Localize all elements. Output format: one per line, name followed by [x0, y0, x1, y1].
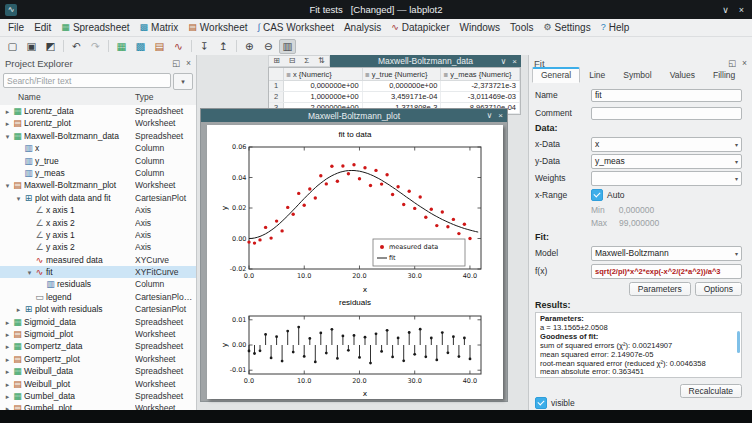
tree-row-lorentz-plot[interactable]: ▸▤Lorentz_plotWorksheet	[0, 117, 196, 129]
tab-filling[interactable]: Filling	[704, 68, 744, 83]
zoom-out-icon[interactable]: ⊖	[260, 39, 277, 54]
tab-values[interactable]: Values	[661, 68, 704, 83]
menu-datapicker[interactable]: ∿Datapicker	[386, 21, 454, 34]
tree-row-measured-data[interactable]: ∿measured dataXYCurve	[0, 254, 196, 266]
recalculate-button[interactable]: Recalculate	[680, 384, 742, 398]
spreadsheet-column-header[interactable]: ≣x {Numeric}	[284, 68, 363, 80]
tree-row-maxwell-boltzmann-plot[interactable]: ▾▤Maxwell-Boltzmann_plotWorksheet	[0, 179, 196, 191]
dock-close-icon[interactable]: ×	[186, 58, 191, 68]
visible-checkbox[interactable]	[535, 397, 547, 409]
spreadsheet-cell[interactable]: 3,459171e-04	[363, 92, 442, 102]
menu-spreadsheet[interactable]: ▦Spreadsheet	[56, 21, 134, 34]
spreadsheet-cell[interactable]: 0,000000e+00	[363, 81, 442, 91]
menu-windows[interactable]: Windows	[455, 21, 506, 34]
residuals-chart[interactable]: 0.010.020.030.040.0-0.010.000.01xy	[219, 312, 491, 398]
tree-row-plot-with-residuals[interactable]: ▸⊞plot with residualsCartesianPlot	[0, 303, 196, 315]
tree-row-maxwell-boltzmann-data[interactable]: ▾▦Maxwell-Boltzmann_dataSpreadsheet	[0, 130, 196, 142]
redo-icon[interactable]: ↷	[87, 39, 104, 54]
spreadsheet-cell[interactable]: -2,373721e-3	[441, 81, 520, 91]
tree-row-fit[interactable]: ▾∿fitXYFitCurve	[0, 266, 196, 278]
search-input[interactable]	[3, 73, 171, 88]
tree-row-x-axis-2[interactable]: ∠x axis 2Axis	[0, 217, 196, 229]
sort-icon[interactable]: ⇅	[318, 56, 325, 66]
open-project-icon[interactable]: ▣	[23, 39, 40, 54]
parameters-button[interactable]: Parameters	[629, 282, 691, 296]
worksheet-page[interactable]: fit to data 0.010.020.030.040.0-0.020.00…	[207, 125, 503, 399]
tab-general[interactable]: General	[532, 67, 580, 83]
column-header-name[interactable]: Name	[18, 92, 41, 102]
formula-display[interactable]: sqrt(2/pi)*x^2*exp(-x^2/(2*a^2))/a^3	[591, 264, 742, 279]
weights-select[interactable]: ▾	[591, 171, 742, 186]
fit-chart[interactable]: 0.010.020.030.040.0-0.020.000.020.040.06…	[219, 142, 491, 294]
tree-row-residuals[interactable]: ▥residualsColumn	[0, 278, 196, 290]
tree-row-y-axis-1[interactable]: ∠y axis 1Axis	[0, 229, 196, 241]
tab-line[interactable]: Line	[580, 68, 614, 83]
tree-row-x[interactable]: ▥xColumn	[0, 142, 196, 154]
menu-worksheet[interactable]: ▤Worksheet	[183, 21, 252, 34]
tab-symbol[interactable]: Symbol	[614, 68, 660, 83]
new-project-icon[interactable]: ▢	[4, 39, 21, 54]
subwindow-shade-icon[interactable]: ∨	[500, 57, 506, 66]
worksheet-window-titlebar[interactable]: Maxwell-Boltzmann_plot ∨ ×	[201, 109, 507, 122]
tree-row-sigmoid-data[interactable]: ▸▦Sigmoid_dataSpreadsheet	[0, 316, 196, 328]
tree-row-plot-with-data-and-fit[interactable]: ▾⊞plot with data and fitCartesianPlot	[0, 192, 196, 204]
new-spreadsheet-icon[interactable]: ▦	[113, 39, 130, 54]
tree-row-y-true[interactable]: ▥y_trueColumn	[0, 155, 196, 167]
expand-arrow-icon[interactable]: ▸	[3, 403, 12, 410]
column-header-type[interactable]: Type	[135, 92, 153, 102]
subwindow-close-icon[interactable]: ×	[498, 111, 503, 120]
tree-row-lorentz-data[interactable]: ▸▦Lorentz_dataSpreadsheet	[0, 105, 196, 117]
tree-row-y-meas[interactable]: ▥y_measColumn	[0, 167, 196, 179]
results-scrollbar[interactable]	[737, 331, 740, 353]
tree-column-headers[interactable]: Name Type	[0, 91, 196, 106]
spreadsheet-cell[interactable]: 1,000000e+00	[284, 92, 363, 102]
tree-row-gumbel-data[interactable]: ▸▦Gumbel_dataSpreadsheet	[0, 390, 196, 402]
filter-options-button[interactable]: ▾	[173, 73, 193, 90]
fit-results-box[interactable]: Parameters: a = 13.1565±2.0508 Goodness …	[535, 312, 742, 378]
spreadsheet-window-titlebar[interactable]: Maxwell-Boltzmann_data ∨ ×	[330, 55, 521, 67]
spreadsheet-cell[interactable]: -3,011469e-03	[441, 92, 520, 102]
menu-edit[interactable]: Edit	[29, 21, 56, 34]
options-button[interactable]: Options	[695, 282, 742, 296]
menu-file[interactable]: File	[3, 21, 29, 34]
save-project-icon[interactable]: ◩	[42, 39, 59, 54]
spreadsheet-corner[interactable]	[269, 68, 284, 80]
new-datapicker-icon[interactable]: ∿	[170, 39, 187, 54]
tree-row-weibull-plot[interactable]: ▸▤Weibull_plotWorksheet	[0, 378, 196, 390]
tree-row-gumbel-plot[interactable]: ▸▤Gumbel_plotWorksheet	[0, 402, 196, 410]
subwindow-close-icon[interactable]: ×	[512, 57, 517, 66]
dock-float-icon[interactable]: ◱	[172, 58, 180, 68]
zoom-in-icon[interactable]: ⊕	[241, 39, 258, 54]
menu-cas-worksheet[interactable]: ∫CAS Worksheet	[252, 21, 338, 34]
tree-row-legend[interactable]: ▭legendCartesianPlotLegend	[0, 291, 196, 303]
tree-row-sigmoid-plot[interactable]: ▸▤Sigmoid_plotWorksheet	[0, 328, 196, 340]
insert-row-icon[interactable]: ⊞	[273, 56, 280, 66]
row-number[interactable]: 2	[269, 92, 284, 102]
dock-float-icon[interactable]: ◱	[728, 58, 736, 68]
menu-analysis[interactable]: Analysis	[339, 21, 386, 34]
y-data-select[interactable]: y_meas ▾	[591, 154, 742, 169]
remove-row-icon[interactable]: ⊟	[289, 56, 296, 66]
spreadsheet-column-header[interactable]: ≣y_meas {Numeric}	[441, 68, 520, 80]
tree-row-gompertz-data[interactable]: ▸▦Gompertz_dataSpreadsheet	[0, 340, 196, 352]
new-matrix-icon[interactable]: ▩	[132, 39, 149, 54]
window-close-icon[interactable]: ×	[739, 5, 744, 15]
tree-row-weibull-data[interactable]: ▸▦Weibull_dataSpreadsheet	[0, 365, 196, 377]
spreadsheet-cell[interactable]: 0,000000e+00	[284, 81, 363, 91]
menu-matrix[interactable]: ▩Matrix	[135, 21, 184, 34]
menu-tools[interactable]: Tools	[505, 21, 538, 34]
row-number[interactable]: 1	[269, 81, 284, 91]
tree-row-x-axis-1[interactable]: ∠x axis 1Axis	[0, 204, 196, 216]
toggle-spreadsheet-view-icon[interactable]: ▥	[279, 39, 296, 54]
name-input[interactable]	[591, 89, 742, 102]
spreadsheet-column-header[interactable]: ≣y_true {Numeric}	[363, 68, 442, 80]
undo-icon[interactable]: ↶	[68, 39, 85, 54]
tree-row-gompertz-plot[interactable]: ▸▤Gompertz_plotWorksheet	[0, 353, 196, 365]
menu-settings[interactable]: ⚙Settings	[538, 21, 595, 34]
menu-help[interactable]: ?Help	[596, 21, 635, 34]
auto-checkbox[interactable]	[591, 189, 603, 201]
worksheet-viewport[interactable]: fit to data 0.010.020.030.040.0-0.020.00…	[201, 122, 507, 401]
export-data-icon[interactable]: ↥	[215, 39, 232, 54]
import-data-icon[interactable]: ↧	[196, 39, 213, 54]
model-select[interactable]: Maxwell-Boltzmann ▾	[591, 246, 742, 261]
